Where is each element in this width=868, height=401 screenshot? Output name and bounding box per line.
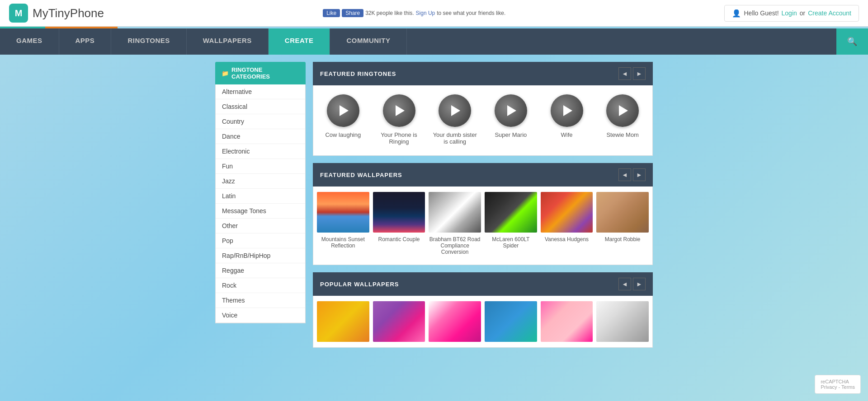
play-button-0[interactable] bbox=[327, 94, 359, 127]
play-button-4[interactable] bbox=[551, 94, 583, 127]
wallpaper-item-3[interactable]: McLaren 600LT Spider bbox=[485, 192, 537, 259]
popular-thumb-3 bbox=[485, 301, 537, 342]
sidebar-header: 📁 RINGTONE CATEGORIES bbox=[215, 62, 306, 84]
sidebar-item-dance[interactable]: Dance bbox=[216, 129, 305, 144]
play-button-5[interactable] bbox=[606, 94, 639, 127]
sidebar-item-electronic[interactable]: Electronic bbox=[216, 144, 305, 159]
popular-thumb-0 bbox=[317, 301, 369, 342]
popular-wallpapers-header: POPULAR WALLPAPERS ◄ ► bbox=[313, 272, 653, 296]
wallpaper-name-0: Mountains Sunset Reflection bbox=[317, 236, 369, 252]
recaptcha-line2: Privacy - Terms bbox=[821, 384, 855, 390]
wallpaper-name-3: McLaren 600LT Spider bbox=[485, 236, 537, 252]
popular-item-0[interactable] bbox=[317, 301, 369, 342]
wallpaper-item-1[interactable]: Romantic Couple bbox=[373, 192, 425, 259]
wallpaper-item-0[interactable]: Mountains Sunset Reflection bbox=[317, 192, 369, 259]
ringtone-name-1: Your Phone is Ringing bbox=[377, 131, 422, 145]
sidebar-item-jazz[interactable]: Jazz bbox=[216, 174, 305, 189]
sidebar: 📁 RINGTONE CATEGORIES Alternative Classi… bbox=[215, 62, 306, 348]
popular-item-2[interactable] bbox=[429, 301, 481, 342]
wallpaper-item-4[interactable]: Vanessa Hudgens bbox=[541, 192, 593, 259]
sidebar-item-pop[interactable]: Pop bbox=[216, 233, 305, 248]
wallpaper-item-2[interactable]: Brabham BT62 Road Compliance Conversion bbox=[429, 192, 481, 259]
ringtones-next-button[interactable]: ► bbox=[633, 67, 646, 80]
ringtone-item-0[interactable]: Cow laughing bbox=[317, 91, 369, 150]
popular-item-4[interactable] bbox=[541, 301, 593, 342]
popular-prev-button[interactable]: ◄ bbox=[618, 278, 631, 290]
wallpaper-item-5[interactable]: Margot Robbie bbox=[596, 192, 649, 259]
wallpapers-prev-button[interactable]: ◄ bbox=[618, 168, 631, 181]
fb-suffix-text: to see what your friends like. bbox=[437, 10, 505, 16]
sidebar-item-latin[interactable]: Latin bbox=[216, 189, 305, 204]
popular-thumb-2 bbox=[429, 301, 481, 342]
login-link[interactable]: Login bbox=[782, 9, 797, 17]
popular-thumb-5 bbox=[596, 301, 649, 342]
nav-ringtones[interactable]: RINGTONES bbox=[111, 28, 186, 55]
featured-wallpapers-row: Mountains Sunset Reflection Romantic Cou… bbox=[313, 187, 653, 265]
featured-wallpapers-header: FEATURED WALLPAPERS ◄ ► bbox=[313, 163, 653, 187]
popular-thumb-1 bbox=[373, 301, 425, 342]
wallpaper-thumb-3 bbox=[485, 192, 537, 233]
wallpapers-nav-buttons: ◄ ► bbox=[618, 168, 646, 181]
wallpaper-thumb-0 bbox=[317, 192, 369, 233]
ringtone-item-5[interactable]: Stewie Mom bbox=[596, 91, 649, 150]
nav-create[interactable]: CREATE bbox=[269, 28, 330, 55]
ringtone-item-3[interactable]: Super Mario bbox=[485, 91, 537, 150]
popular-next-button[interactable]: ► bbox=[633, 278, 646, 290]
page-wrapper: 📁 RINGTONE CATEGORIES Alternative Classi… bbox=[208, 62, 660, 348]
nav-community[interactable]: COMMUNITY bbox=[330, 28, 407, 55]
sidebar-item-voice[interactable]: Voice bbox=[216, 308, 305, 323]
popular-wallpapers-nav-buttons: ◄ ► bbox=[618, 278, 646, 290]
logo-text: MyTinyPhone bbox=[33, 6, 104, 20]
ringtone-name-3: Super Mario bbox=[495, 131, 527, 138]
fb-like-button[interactable]: Like bbox=[323, 9, 340, 17]
folder-icon: 📁 bbox=[222, 70, 229, 77]
play-button-1[interactable] bbox=[383, 94, 415, 127]
sidebar-item-fun[interactable]: Fun bbox=[216, 159, 305, 174]
nav-wallpapers[interactable]: WALLPAPERS bbox=[187, 28, 269, 55]
sidebar-item-alternative[interactable]: Alternative bbox=[216, 84, 305, 99]
fb-share-button[interactable]: Share bbox=[342, 9, 363, 17]
featured-ringtones-header: FEATURED RINGTONES ◄ ► bbox=[313, 62, 653, 85]
sidebar-item-themes[interactable]: Themes bbox=[216, 293, 305, 308]
featured-ringtones-row: Cow laughing Your Phone is Ringing Your … bbox=[313, 85, 653, 156]
create-account-link[interactable]: Create Account bbox=[808, 9, 851, 17]
logo-area: M MyTinyPhone bbox=[9, 4, 104, 23]
facebook-area: Like Share 32K people like this. Sign Up… bbox=[323, 9, 505, 17]
wallpaper-thumb-5 bbox=[596, 192, 649, 233]
fb-signup-link[interactable]: Sign Up bbox=[416, 10, 435, 16]
user-icon: 👤 bbox=[732, 9, 741, 18]
sidebar-list: Alternative Classical Country Dance Elec… bbox=[215, 84, 306, 323]
ringtone-item-4[interactable]: Wife bbox=[541, 91, 593, 150]
wallpaper-name-5: Margot Robbie bbox=[596, 236, 649, 245]
popular-item-3[interactable] bbox=[485, 301, 537, 342]
popular-item-5[interactable] bbox=[596, 301, 649, 342]
ringtone-item-1[interactable]: Your Phone is Ringing bbox=[373, 91, 425, 150]
wallpapers-next-button[interactable]: ► bbox=[633, 168, 646, 181]
play-button-2[interactable] bbox=[439, 94, 471, 127]
search-button[interactable]: 🔍 bbox=[836, 28, 868, 55]
sidebar-item-other[interactable]: Other bbox=[216, 219, 305, 233]
user-area: 👤 Hello Guest! Login or Create Account bbox=[724, 5, 859, 22]
ringtone-name-4: Wife bbox=[561, 131, 573, 138]
ringtone-name-0: Cow laughing bbox=[325, 131, 361, 138]
sidebar-item-country[interactable]: Country bbox=[216, 114, 305, 129]
wallpaper-thumb-1 bbox=[373, 192, 425, 233]
sidebar-item-rap[interactable]: Rap/RnB/HipHop bbox=[216, 248, 305, 263]
sidebar-item-classical[interactable]: Classical bbox=[216, 99, 305, 114]
play-button-3[interactable] bbox=[495, 94, 527, 127]
sidebar-item-reggae[interactable]: Reggae bbox=[216, 263, 305, 278]
popular-item-1[interactable] bbox=[373, 301, 425, 342]
nav-games[interactable]: GAMES bbox=[0, 28, 59, 55]
sidebar-item-rock[interactable]: Rock bbox=[216, 278, 305, 293]
nav-apps[interactable]: APPS bbox=[59, 28, 112, 55]
popular-wallpapers-row bbox=[313, 296, 653, 348]
ringtones-prev-button[interactable]: ◄ bbox=[618, 67, 631, 80]
sidebar-item-message-tones[interactable]: Message Tones bbox=[216, 204, 305, 219]
or-text: or bbox=[800, 9, 805, 17]
wallpaper-name-2: Brabham BT62 Road Compliance Conversion bbox=[429, 236, 481, 258]
ringtones-nav-buttons: ◄ ► bbox=[618, 67, 646, 80]
main-nav: GAMES APPS RINGTONES WALLPAPERS CREATE C… bbox=[0, 28, 868, 55]
ringtone-item-2[interactable]: Your dumb sister is calling bbox=[429, 91, 481, 150]
header: M MyTinyPhone Like Share 32K people like… bbox=[0, 0, 868, 27]
main-content: FEATURED RINGTONES ◄ ► Cow laughing Your… bbox=[313, 62, 653, 348]
